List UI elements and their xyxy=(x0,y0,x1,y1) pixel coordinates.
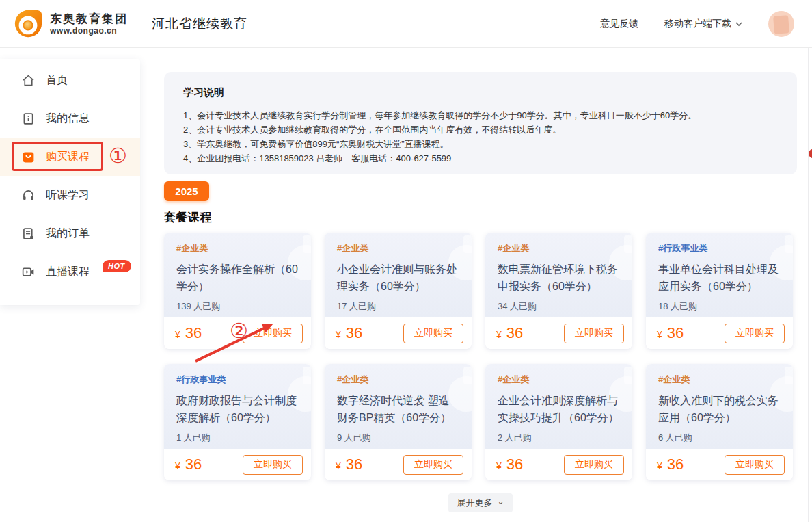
course-title: 政府财政报告与会计制度深度解析（60学分） xyxy=(176,392,299,426)
course-card[interactable]: #行政事业类 政府财政报告与会计制度深度解析（60学分） 1 人已购 ¥ 36 … xyxy=(164,364,311,480)
course-card-footer: ¥ 36 立即购买 xyxy=(325,317,472,349)
app-download-label: 移动客户端下载 xyxy=(664,18,731,30)
price-amount: 36 xyxy=(667,456,684,473)
course-card[interactable]: #企业类 新收入准则下的税会实务应用（60学分） 6 人已购 ¥ 36 立即购买 xyxy=(646,364,793,480)
course-card-footer: ¥ 36 立即购买 xyxy=(325,449,472,480)
course-card[interactable]: #企业类 企业会计准则深度解析与实操技巧提升（60学分） 2 人已购 ¥ 36 … xyxy=(485,364,632,480)
course-price: ¥ 36 xyxy=(657,324,684,342)
course-card-body: #企业类 企业会计准则深度解析与实操技巧提升（60学分） 2 人已购 xyxy=(485,364,632,449)
course-tag[interactable]: #企业类 xyxy=(498,374,620,386)
chevron-down-icon xyxy=(735,21,742,27)
sidebar-item-my-orders[interactable]: 我的订单 xyxy=(0,214,140,252)
sidebar-item-home[interactable]: 首页 xyxy=(0,61,140,99)
price-amount: 36 xyxy=(185,456,202,473)
course-card[interactable]: #企业类 会计实务操作全解析（60学分） 139 人已购 ¥ 36 立即购买 xyxy=(164,233,311,349)
chevron-down-icon: ⌄ xyxy=(497,497,504,506)
user-avatar[interactable] xyxy=(768,11,794,37)
course-title: 事业单位会计科目处理及应用实务（60学分） xyxy=(658,261,781,295)
course-card[interactable]: #行政事业类 事业单位会计科目处理及应用实务（60学分） 18 人已购 ¥ 36… xyxy=(646,233,793,349)
buy-now-button[interactable]: 立即购买 xyxy=(564,455,624,475)
feedback-link[interactable]: 意见反馈 xyxy=(600,18,638,30)
price-amount: 36 xyxy=(506,324,523,342)
buy-now-button[interactable]: 立即购买 xyxy=(564,324,624,343)
instruction-line: 1、会计专业技术人员继续教育实行学分制管理，每年参加继续教育取得的学分不少于90… xyxy=(183,108,778,122)
course-buyers: 1 人已购 xyxy=(176,432,299,444)
course-tag[interactable]: #行政事业类 xyxy=(658,242,781,255)
price-amount: 36 xyxy=(506,456,523,473)
instruction-line: 4、企业团报电话：13581859023 吕老师 客服电话：400-627-55… xyxy=(183,151,778,166)
expand-more-button[interactable]: 展开更多 ⌄ xyxy=(448,493,513,512)
sidebar-item-listen-learn[interactable]: 听课学习 xyxy=(0,176,140,214)
course-buyers: 17 人已购 xyxy=(337,300,459,313)
sidebar-item-label: 我的订单 xyxy=(46,226,90,241)
course-buyers: 6 人已购 xyxy=(658,432,781,444)
sidebar-item-my-info[interactable]: 我的信息 xyxy=(0,99,140,138)
course-card-footer: ¥ 36 立即购买 xyxy=(164,449,311,480)
course-title: 企业会计准则深度解析与实操技巧提升（60学分） xyxy=(498,392,620,426)
buy-now-button[interactable]: 立即购买 xyxy=(403,324,463,343)
price-currency: ¥ xyxy=(336,329,341,340)
avatar-placeholder xyxy=(773,15,789,34)
content-divider-line xyxy=(152,48,152,522)
price-currency: ¥ xyxy=(175,460,180,471)
app-download-link[interactable]: 移动客户端下载 xyxy=(664,18,742,30)
edge-floating-widget[interactable] xyxy=(809,149,812,158)
sidebar-item-label: 直播课程 xyxy=(46,265,90,279)
buy-now-button[interactable]: 立即购买 xyxy=(243,455,303,475)
buy-now-button[interactable]: 立即购买 xyxy=(243,324,303,343)
sidebar-item-label: 购买课程 xyxy=(46,150,90,164)
header-divider xyxy=(139,15,139,33)
sidebar-item-label: 我的信息 xyxy=(46,112,90,126)
app-header: 东奥教育集团 www.dongao.cn 河北省继续教育 意见反馈 移动客户端下… xyxy=(0,0,812,48)
course-card[interactable]: #企业类 小企业会计准则与账务处理实务（60学分） 17 人已购 ¥ 36 立即… xyxy=(325,233,472,349)
buy-now-button[interactable]: 立即购买 xyxy=(725,324,785,343)
course-card-body: #企业类 小企业会计准则与账务处理实务（60学分） 17 人已购 xyxy=(325,233,472,317)
live-video-icon xyxy=(21,264,36,279)
course-card-body: #企业类 数电票新征管环境下税务申报实务（60学分） 34 人已购 xyxy=(485,233,632,317)
price-currency: ¥ xyxy=(496,460,502,471)
price-amount: 36 xyxy=(346,324,362,342)
course-card[interactable]: #企业类 数字经济时代逆袭 塑造财务BP精英（60学分） 9 人已购 ¥ 36 … xyxy=(325,364,472,480)
sidebar-item-buy-courses[interactable]: 购买课程 xyxy=(0,138,140,176)
brand-url: www.dongao.cn xyxy=(50,26,128,36)
buy-now-button[interactable]: 立即购买 xyxy=(403,455,463,475)
sidebar-item-label: 首页 xyxy=(46,73,68,88)
course-tag[interactable]: #企业类 xyxy=(337,242,459,255)
price-currency: ¥ xyxy=(336,460,341,471)
course-card-footer: ¥ 36 立即购买 xyxy=(646,317,793,349)
course-tag[interactable]: #企业类 xyxy=(498,242,620,255)
course-card-body: #企业类 数字经济时代逆袭 塑造财务BP精英（60学分） 9 人已购 xyxy=(325,364,472,449)
buy-now-button[interactable]: 立即购买 xyxy=(725,455,785,475)
course-title: 数电票新征管环境下税务申报实务（60学分） xyxy=(498,261,620,295)
course-tag[interactable]: #行政事业类 xyxy=(176,374,299,386)
sidebar-item-label: 听课学习 xyxy=(46,188,90,203)
course-card-body: #行政事业类 事业单位会计科目处理及应用实务（60学分） 18 人已购 xyxy=(646,233,793,317)
sidebar-menu: 首页 我的信息 购买课程 听课学习 我的订单 直播课程 HOT xyxy=(0,61,140,291)
info-doc-icon xyxy=(21,111,36,126)
course-buyers: 2 人已购 xyxy=(498,432,620,444)
study-instructions-panel: 学习说明 1、会计专业技术人员继续教育实行学分制管理，每年参加继续教育取得的学分… xyxy=(164,72,797,174)
course-tag[interactable]: #企业类 xyxy=(337,374,459,386)
instructions-list: 1、会计专业技术人员继续教育实行学分制管理，每年参加继续教育取得的学分不少于90… xyxy=(183,108,778,166)
course-card-body: #企业类 会计实务操作全解析（60学分） 139 人已购 xyxy=(164,233,311,317)
course-card-footer: ¥ 36 立即购买 xyxy=(646,449,793,480)
price-amount: 36 xyxy=(346,456,362,473)
course-title: 数字经济时代逆袭 塑造财务BP精英（60学分） xyxy=(337,392,459,426)
year-tab-2025[interactable]: 2025 xyxy=(164,181,209,201)
scrollbar-track[interactable] xyxy=(808,48,809,522)
section-title: 套餐课程 xyxy=(164,209,797,225)
course-price: ¥ 36 xyxy=(175,324,202,342)
course-tag[interactable]: #企业类 xyxy=(658,374,781,386)
course-tag[interactable]: #企业类 xyxy=(176,242,299,255)
course-buyers: 139 人已购 xyxy=(176,300,299,313)
dongao-logo[interactable]: 东奥教育集团 www.dongao.cn xyxy=(12,8,128,40)
sidebar: 首页 我的信息 购买课程 听课学习 我的订单 直播课程 HOT xyxy=(0,59,140,305)
price-currency: ¥ xyxy=(175,329,180,340)
course-price: ¥ 36 xyxy=(336,456,362,473)
course-price: ¥ 36 xyxy=(175,456,202,473)
course-title: 小企业会计准则与账务处理实务（60学分） xyxy=(337,261,459,295)
course-card[interactable]: #企业类 数电票新征管环境下税务申报实务（60学分） 34 人已购 ¥ 36 立… xyxy=(485,233,632,349)
instructions-title: 学习说明 xyxy=(183,86,778,99)
sidebar-item-live-courses[interactable]: 直播课程 HOT xyxy=(0,252,140,291)
course-price: ¥ 36 xyxy=(336,324,362,342)
